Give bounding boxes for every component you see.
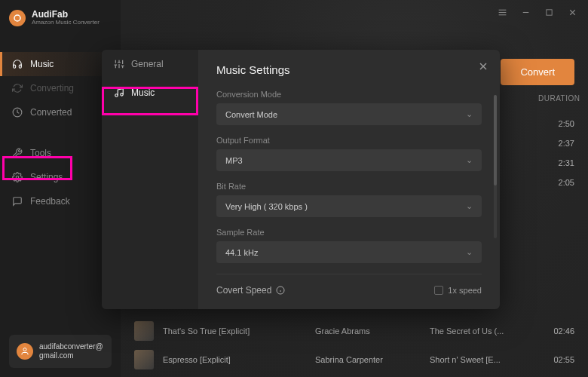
track-artist: Sabrina Carpenter	[315, 355, 421, 364]
maximize-icon[interactable]	[544, 8, 554, 17]
dur: 2:50	[559, 119, 574, 128]
track-title: That's So True [Explicit]	[163, 326, 306, 336]
user-email: audifabconverter@gmail.com	[39, 342, 104, 360]
checkbox-label: 1x speed	[448, 286, 482, 295]
nav-label: Converted	[30, 107, 72, 118]
field-label: Output Format	[216, 136, 482, 145]
track-row[interactable]: Espresso [Explicit] Sabrina Carpenter Sh…	[134, 345, 574, 374]
select-bit-rate[interactable]: Very High ( 320 kbps ) ⌄	[216, 195, 482, 217]
sliders-icon	[114, 59, 124, 69]
brand: AudiFab Amazon Music Converter	[0, 0, 121, 37]
dur: 2:31	[559, 158, 574, 167]
chevron-down-icon: ⌄	[466, 247, 473, 257]
chevron-down-icon: ⌄	[466, 109, 473, 119]
music-icon	[114, 87, 124, 98]
track-duration: 02:55	[544, 355, 574, 364]
nav-label: Tools	[30, 148, 51, 158]
modal-body: Music Settings Conversion Mode Convert M…	[198, 50, 500, 309]
menu-icon[interactable]	[498, 8, 507, 17]
checkbox-icon	[434, 286, 443, 295]
svg-point-2	[16, 176, 19, 179]
field-label: Conversion Mode	[216, 90, 482, 99]
track-title: Espresso [Explicit]	[163, 355, 306, 364]
track-list: That's So True [Explicit] Gracie Abrams …	[134, 317, 574, 374]
dur: 2:37	[559, 139, 574, 148]
select-value: Very High ( 320 kbps )	[225, 202, 308, 211]
modal-title: Music Settings	[216, 63, 482, 76]
nav-label: Feedback	[30, 196, 70, 207]
nav-label: Converting	[30, 83, 74, 93]
field-label: Sample Rate	[216, 228, 482, 237]
close-icon[interactable]	[568, 8, 577, 17]
convert-button[interactable]: Convert	[501, 59, 574, 85]
message-icon	[12, 196, 23, 207]
dur: 2:05	[559, 178, 574, 187]
modal-tab-music[interactable]: Music	[102, 78, 198, 107]
svg-point-21	[121, 93, 124, 97]
modal-tab-general[interactable]: General	[102, 50, 198, 78]
track-album: The Secret of Us (...	[430, 326, 535, 336]
speed-checkbox[interactable]: 1x speed	[434, 286, 482, 295]
modal-close-icon[interactable]	[477, 60, 489, 72]
modal-tabs: General Music	[102, 50, 198, 309]
track-thumb	[134, 350, 154, 369]
minimize-icon[interactable]	[521, 8, 531, 17]
track-duration: 02:46	[544, 326, 574, 336]
nav-label: Music	[30, 59, 54, 69]
user-avatar-icon	[17, 343, 33, 360]
field-conversion-mode: Conversion Mode Convert Mode ⌄	[216, 90, 482, 125]
track-artist: Gracie Abrams	[315, 326, 421, 336]
duration-values: 2:50 2:37 2:31 2:05	[559, 119, 574, 187]
gear-icon	[12, 172, 23, 182]
brand-logo-icon	[9, 10, 26, 26]
select-sample-rate[interactable]: 44.1 kHz ⌄	[216, 241, 482, 263]
column-headers: DURATION	[538, 94, 574, 103]
brand-subtitle: Amazon Music Converter	[32, 20, 100, 26]
select-conversion-mode[interactable]: Convert Mode ⌄	[216, 103, 482, 125]
svg-rect-8	[547, 10, 552, 15]
chevron-down-icon: ⌄	[466, 155, 473, 165]
select-value: Convert Mode	[225, 110, 277, 119]
field-output-format: Output Format MP3 ⌄	[216, 136, 482, 171]
svg-point-20	[115, 94, 118, 97]
modal-tab-label: Music	[131, 87, 155, 98]
clock-icon	[12, 107, 23, 118]
track-album: Short n' Sweet [E...	[430, 355, 535, 364]
svg-point-3	[23, 348, 26, 351]
tools-icon	[12, 148, 23, 158]
speed-label: Covert Speed	[216, 285, 285, 296]
field-label: Bit Rate	[216, 182, 482, 191]
modal-scrollbar[interactable]	[494, 95, 497, 238]
settings-modal: General Music Music Settings Conversion …	[102, 50, 500, 309]
field-sample-rate: Sample Rate 44.1 kHz ⌄	[216, 228, 482, 263]
select-output-format[interactable]: MP3 ⌄	[216, 149, 482, 171]
refresh-icon	[12, 83, 23, 93]
info-icon[interactable]	[276, 286, 285, 295]
track-thumb	[134, 321, 154, 341]
chevron-down-icon: ⌄	[466, 201, 473, 211]
track-row[interactable]: That's So True [Explicit] Gracie Abrams …	[134, 317, 574, 345]
window-controls	[121, 0, 588, 25]
col-duration: DURATION	[538, 94, 574, 103]
headphones-icon	[12, 59, 23, 69]
select-value: MP3	[225, 156, 243, 165]
modal-tab-label: General	[131, 59, 164, 69]
user-card[interactable]: audifabconverter@gmail.com	[9, 335, 112, 368]
field-bit-rate: Bit Rate Very High ( 320 kbps ) ⌄	[216, 182, 482, 217]
select-value: 44.1 kHz	[225, 248, 258, 257]
nav-label: Settings	[30, 172, 63, 182]
speed-row: Covert Speed 1x speed	[216, 274, 482, 296]
svg-point-0	[14, 15, 20, 21]
